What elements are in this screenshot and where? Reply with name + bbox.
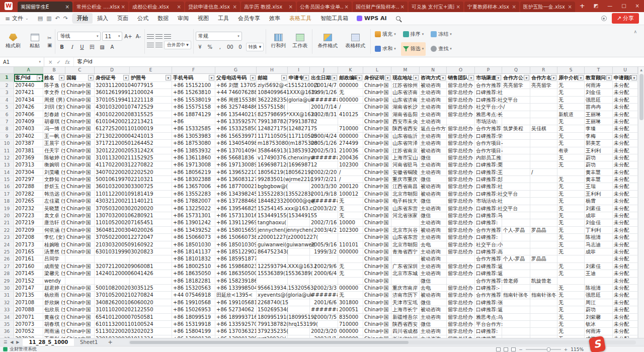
- cell[interactable]: China中国: [363, 212, 391, 219]
- row-header[interactable]: 12: [0, 154, 14, 161]
- cell[interactable]: 口碑推荐:社交平台: [475, 205, 502, 212]
- cell[interactable]: 微信: [420, 154, 447, 161]
- cell[interactable]: 200436: [338, 154, 363, 161]
- cell[interactable]: 未分配: [613, 227, 638, 234]
- cell[interactable]: [530, 133, 557, 140]
- cell[interactable]: 340826200106060020: [95, 299, 130, 306]
- filter-dropdown-icon[interactable]: ▼: [385, 75, 390, 80]
- cell[interactable]: 留学总经办: [447, 234, 475, 241]
- cell[interactable]: 未分配: [613, 183, 638, 190]
- row-header[interactable]: 16: [0, 183, 14, 190]
- cell[interactable]: 马志迪: [585, 241, 613, 248]
- cell[interactable]: 未分配: [613, 270, 638, 277]
- cell[interactable]: 835000: [338, 314, 363, 321]
- cell[interactable]: 207282: [14, 191, 43, 198]
- cell[interactable]: /: [502, 104, 530, 111]
- cell[interactable]: [502, 154, 530, 161]
- cell[interactable]: 指南针张冬: [530, 292, 557, 299]
- cell[interactable]: 207403: [14, 125, 43, 132]
- cell[interactable]: [502, 285, 530, 292]
- cell[interactable]: 无: [338, 212, 363, 219]
- cell[interactable]: 2002/7/16: [310, 219, 338, 226]
- header-cell[interactable]: 父母电话号码▼: [215, 74, 257, 82]
- cell[interactable]: 1999/3/2: [310, 248, 338, 255]
- menu-tab-插入[interactable]: 插入: [93, 13, 113, 24]
- cell[interactable]: +86 18056219: [172, 169, 215, 176]
- cell[interactable]: 口碑推荐:栗: [475, 161, 502, 168]
- cell[interactable]: 000000: [338, 248, 363, 255]
- cell[interactable]: 吕同学: [43, 255, 65, 262]
- cell[interactable]: 微信: [420, 198, 447, 205]
- menu-tab-智能工具箱[interactable]: 智能工具箱: [316, 13, 353, 24]
- cell[interactable]: 黄嘉仪 (女: [43, 314, 65, 321]
- filter-dropdown-icon[interactable]: ▼: [524, 75, 529, 80]
- column-header-T[interactable]: T: [585, 67, 613, 74]
- cell[interactable]: China中国: [65, 125, 95, 132]
- cell[interactable]: [530, 270, 557, 277]
- cell[interactable]: 赵君婷 (女: [43, 285, 65, 292]
- cell[interactable]: +86 15263810: [172, 89, 215, 96]
- cell[interactable]: 微信: [420, 321, 447, 328]
- header-cell[interactable]: 原中介机▼: [557, 74, 585, 82]
- worksheet-button[interactable]: 工作表: [290, 34, 310, 49]
- column-header-F[interactable]: F: [172, 67, 215, 74]
- cell[interactable]: 2001/6/6: [310, 299, 338, 306]
- cell[interactable]: +86 18753080: [172, 140, 215, 147]
- cell[interactable]: +86 18141137: [172, 248, 215, 255]
- cell[interactable]: 未分配: [613, 321, 638, 328]
- column-header-K[interactable]: K: [338, 67, 363, 74]
- cell[interactable]: 207434: [14, 97, 43, 104]
- column-header-P[interactable]: P: [475, 67, 502, 74]
- cell[interactable]: 衡婉明 (女: [43, 161, 65, 168]
- cell[interactable]: ########: [310, 292, 338, 299]
- cell[interactable]: 207421: [14, 89, 43, 96]
- cell[interactable]: China中国: [363, 255, 391, 262]
- cell[interactable]: 留学总经办: [447, 263, 475, 270]
- cell[interactable]: [530, 234, 557, 241]
- cell[interactable]: 未分配: [613, 335, 638, 338]
- cell[interactable]: m18753080(m1875308: [257, 140, 288, 147]
- cell[interactable]: 130703200106280921: [95, 212, 130, 219]
- cell[interactable]: 杨欣雨 (女: [43, 292, 65, 299]
- cell[interactable]: 无: [557, 205, 585, 212]
- cell[interactable]: 罗晶晶: [530, 255, 557, 262]
- cell[interactable]: 2003/3/30: [310, 183, 338, 190]
- cell[interactable]: 上海市宝山: [391, 154, 420, 161]
- cell[interactable]: 合作方推荐:: [475, 278, 502, 285]
- cell[interactable]: [530, 118, 557, 125]
- menu-tab-视图[interactable]: 视图: [193, 13, 213, 24]
- cell[interactable]: [65, 278, 95, 285]
- cell[interactable]: 207038: [14, 335, 43, 338]
- cell[interactable]: 市场活动:: [475, 118, 502, 125]
- close-tab-icon[interactable]: ×: [289, 4, 293, 10]
- cell[interactable]: 未分配: [613, 97, 638, 104]
- cell[interactable]: 留学总经办: [447, 111, 475, 118]
- cell[interactable]: China中国: [363, 104, 391, 111]
- table-style-button[interactable]: 表格样式: [342, 34, 368, 49]
- cell[interactable]: 未分配: [613, 255, 638, 262]
- cell[interactable]: 207147: [14, 285, 43, 292]
- cell[interactable]: [530, 111, 557, 118]
- cell[interactable]: 无: [557, 248, 585, 255]
- file-tab[interactable]: 贷款申请信息.xlsx×: [185, 2, 240, 12]
- cell[interactable]: China中国: [363, 198, 391, 205]
- cell[interactable]: China中国: [65, 292, 95, 299]
- cell[interactable]: 无: [557, 241, 585, 248]
- cell[interactable]: China中国: [65, 89, 95, 96]
- cell[interactable]: 山东省东营: [391, 234, 420, 241]
- cell[interactable]: 未分配: [613, 161, 638, 168]
- zoom-in-icon[interactable]: +: [564, 347, 568, 352]
- cell[interactable]: [530, 219, 557, 226]
- cell[interactable]: [530, 241, 557, 248]
- cell[interactable]: 重庆市南岸: [391, 285, 420, 292]
- column-header-M[interactable]: M: [391, 67, 420, 74]
- cell[interactable]: China中国: [363, 306, 391, 313]
- cell[interactable]: +86 1971300890: [215, 161, 257, 168]
- cell[interactable]: +86 56681836: [215, 154, 257, 161]
- cell[interactable]: 有录: [557, 147, 585, 154]
- cell[interactable]: China中国: [65, 248, 95, 255]
- filter-dropdown-icon[interactable]: ▼: [551, 75, 556, 80]
- cell[interactable]: 郭美芝: [585, 140, 613, 147]
- cell[interactable]: China中国: [363, 241, 391, 248]
- cell[interactable]: +86 15152100: [172, 82, 215, 89]
